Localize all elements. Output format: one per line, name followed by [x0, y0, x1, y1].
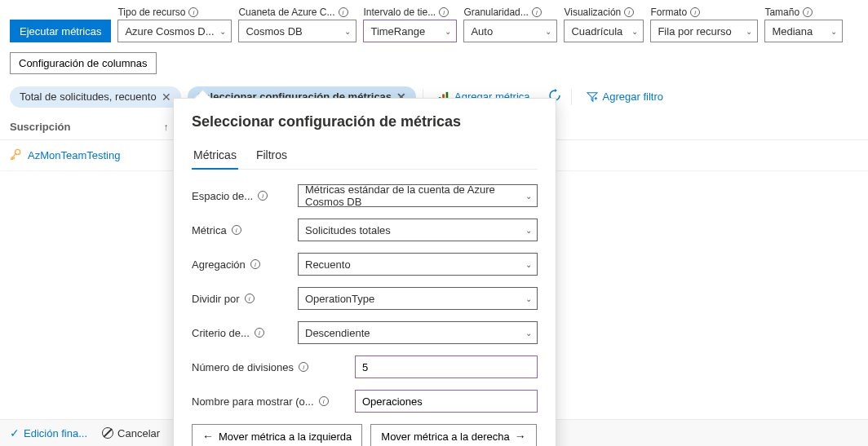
column-subscription[interactable]: Suscripción ↑ [10, 121, 168, 133]
cancel-icon [102, 427, 113, 439]
displayname-row: Nombre para mostrar (o... i [192, 390, 538, 413]
account-group: Cuaneta de Azure C... i Cosmos DB⌄ [238, 7, 356, 42]
toolbar: Ejecutar métricas Tipo de recurso i Azur… [0, 0, 868, 47]
done-editing-button[interactable]: ✓ Edición fina... [10, 426, 87, 439]
subscription-link[interactable]: AzMonTeamTesting [28, 149, 120, 161]
key-icon [10, 148, 21, 162]
chevron-down-icon: ⌄ [525, 260, 532, 269]
format-dropdown[interactable]: Fila por recurso⌄ [650, 20, 758, 42]
size-group: Tamaño i Mediana⌄ [764, 7, 843, 42]
metric-settings-popover: Seleccionar configuración de métricas Mé… [173, 98, 556, 446]
displayname-input[interactable] [355, 390, 538, 413]
info-icon: i [258, 191, 268, 201]
aggregation-select[interactable]: Recuento⌄ [298, 253, 538, 276]
visualization-dropdown[interactable]: Cuadrícula⌄ [564, 20, 644, 42]
account-dropdown[interactable]: Cosmos DB⌄ [238, 20, 356, 42]
columns-config-button[interactable]: Configuración de columnas [10, 52, 157, 74]
granularity-dropdown[interactable]: Auto⌄ [463, 20, 557, 42]
aggregation-row: Agregación i Recuento⌄ [192, 253, 538, 276]
close-icon[interactable]: ✕ [162, 91, 171, 104]
granularity-group: Granularidad... i Auto⌄ [463, 7, 557, 42]
filter-icon [587, 91, 598, 103]
size-dropdown[interactable]: Mediana⌄ [764, 20, 843, 42]
sortby-select[interactable]: Descendiente⌄ [298, 321, 538, 344]
tab-metrics[interactable]: Métricas [192, 144, 238, 170]
chevron-down-icon: ⌄ [525, 192, 532, 201]
pill-total-requests[interactable]: Total de solicitudes, recuento ✕ [10, 86, 181, 108]
splitby-select[interactable]: OperationType⌄ [298, 287, 538, 310]
cancel-button[interactable]: Cancelar [102, 427, 160, 439]
chevron-down-icon: ⌄ [525, 294, 532, 303]
chevron-down-icon: ⌄ [525, 329, 532, 338]
namespace-row: Espacio de... i Métricas estándar de la … [192, 184, 538, 207]
info-icon: i [299, 362, 308, 372]
arrow-left-icon: ← [202, 430, 214, 443]
resource-type-dropdown[interactable]: Azure Cosmos D...⌄ [117, 20, 232, 42]
arrow-right-icon: → [515, 430, 526, 443]
chevron-down-icon: ⌄ [631, 27, 638, 36]
move-left-button[interactable]: ←Mover métrica a la izquierda [192, 424, 362, 446]
popover-tabs: Métricas Filtros [192, 144, 538, 170]
visualization-group: Visualización i Cuadrícula⌄ [564, 7, 644, 42]
numsplits-input[interactable] [355, 355, 538, 378]
add-filter-button[interactable]: Agregar filtro [578, 86, 671, 107]
info-icon: i [803, 7, 813, 17]
divider [571, 89, 572, 105]
info-icon: i [532, 7, 542, 17]
info-icon: i [319, 396, 329, 406]
metric-select[interactable]: Solicitudes totales⌄ [298, 219, 538, 241]
info-icon: i [439, 7, 449, 17]
info-icon: i [250, 259, 260, 269]
tab-filters[interactable]: Filtros [255, 144, 289, 169]
info-icon: i [245, 294, 255, 303]
info-icon: i [624, 7, 634, 17]
chevron-down-icon: ⌄ [830, 27, 837, 36]
chevron-down-icon: ⌄ [545, 27, 551, 36]
format-group: Formato i Fila por recurso⌄ [650, 7, 758, 42]
chevron-down-icon: ⌄ [525, 226, 532, 235]
chevron-down-icon: ⌄ [445, 27, 451, 36]
metric-row: Métrica i Solicitudes totales⌄ [192, 219, 538, 241]
info-icon: i [339, 7, 348, 17]
sort-ascending-icon: ↑ [163, 121, 168, 133]
info-icon: i [690, 7, 700, 17]
chevron-down-icon: ⌄ [344, 27, 351, 36]
chevron-down-icon: ⌄ [219, 27, 226, 36]
run-metrics-button[interactable]: Ejecutar métricas [10, 20, 111, 42]
numsplits-row: Número de divisiones i [192, 355, 538, 378]
timerange-group: Intervalo de tie... i TimeRange⌄ [363, 7, 457, 42]
sortby-row: Criterio de... i Descendiente⌄ [192, 321, 538, 344]
chevron-down-icon: ⌄ [746, 27, 752, 36]
info-icon: i [232, 225, 241, 235]
checkmark-icon: ✓ [10, 426, 20, 439]
resource-type-group: Tipo de recurso i Azure Cosmos D...⌄ [117, 7, 232, 42]
info-icon: i [188, 7, 198, 17]
info-icon: i [255, 328, 264, 338]
splitby-row: Dividir por i OperationType⌄ [192, 287, 538, 310]
timerange-dropdown[interactable]: TimeRange⌄ [363, 20, 457, 42]
move-right-button[interactable]: Mover métrica a la derecha→ [370, 424, 537, 446]
namespace-select[interactable]: Métricas estándar de la cuenta de Azure … [298, 184, 538, 207]
popover-title: Seleccionar configuración de métricas [192, 113, 538, 130]
